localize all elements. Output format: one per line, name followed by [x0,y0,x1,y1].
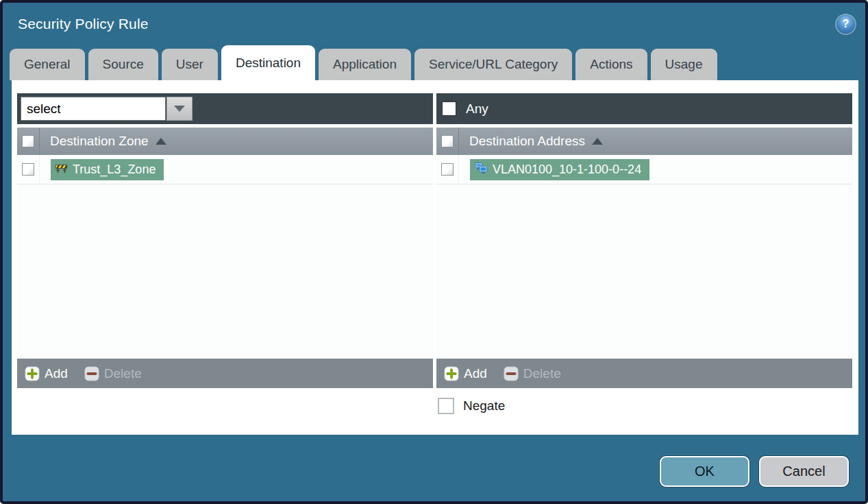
any-checkbox[interactable] [442,101,456,116]
tab-usage[interactable]: Usage [651,49,717,80]
destination-tab-content: Destination Zone [12,80,858,435]
zone-name: Trust_L3_Zone [73,163,156,177]
zone-row-checkbox[interactable] [22,163,34,176]
tab-destination[interactable]: Destination [221,45,315,80]
tab-application[interactable]: Application [319,49,411,80]
delete-icon [84,366,99,381]
tab-service-url-category[interactable]: Service/URL Category [414,49,572,80]
tab-source[interactable]: Source [88,49,158,80]
chevron-down-icon [174,106,185,112]
address-delete-button[interactable]: Delete [504,366,561,381]
zone-column-header: Destination Zone [17,128,433,155]
title-bar: Security Policy Rule ? [3,3,865,45]
zone-column-title[interactable]: Destination Zone [50,134,166,149]
add-icon [25,366,40,381]
address-toolbar: Any [436,93,852,124]
address-row[interactable]: VLAN0100_10-1-100-0--24 [436,155,852,184]
security-policy-rule-dialog: Security Policy Rule ? General Source Us… [0,0,868,504]
address-chip[interactable]: VLAN0100_10-1-100-0--24 [470,159,649,180]
zone-icon [55,163,67,177]
address-column-header: Destination Address [436,128,852,155]
zone-chip[interactable]: Trust_L3_Zone [51,159,164,180]
zone-toolbar [17,93,433,124]
sort-asc-icon [592,138,603,145]
negate-checkbox[interactable] [438,398,454,414]
any-label: Any [466,101,488,117]
zone-row[interactable]: Trust_L3_Zone [17,155,433,184]
sort-asc-icon [156,138,166,145]
address-name: VLAN0100_10-1-100-0--24 [493,163,641,177]
address-column-title[interactable]: Destination Address [469,134,603,149]
delete-icon [504,366,519,381]
zone-filter-combobox [21,97,193,121]
destination-zone-panel: Destination Zone [17,93,433,388]
zone-footer: Add Delete [17,359,433,388]
negate-label: Negate [463,398,505,413]
tab-user[interactable]: User [162,49,218,80]
help-icon[interactable]: ? [836,15,855,34]
tab-general[interactable]: General [10,49,85,80]
tab-strip: General Source User Destination Applicat… [3,45,865,80]
address-icon [475,163,487,177]
address-row-checkbox[interactable] [441,163,454,176]
address-select-all-checkbox[interactable] [441,135,454,147]
zone-filter-input[interactable] [21,97,166,121]
cancel-button[interactable]: Cancel [759,456,849,487]
destination-address-panel: Any Destination Address [436,93,852,388]
address-footer: Add Delete [436,359,852,388]
zone-filter-dropdown-button[interactable] [166,97,193,121]
address-list: VLAN0100_10-1-100-0--24 [436,155,852,359]
zone-delete-button[interactable]: Delete [84,366,142,381]
negate-row: Negate [17,398,852,414]
zone-add-button[interactable]: Add [25,366,68,381]
ok-button[interactable]: OK [660,456,749,487]
tab-actions[interactable]: Actions [575,49,647,80]
dialog-footer: OK Cancel [3,435,865,501]
add-icon [444,366,459,381]
dialog-title: Security Policy Rule [18,16,149,32]
address-add-button[interactable]: Add [444,366,487,381]
zone-select-all-checkbox[interactable] [22,135,34,147]
zone-list: Trust_L3_Zone [17,155,433,359]
